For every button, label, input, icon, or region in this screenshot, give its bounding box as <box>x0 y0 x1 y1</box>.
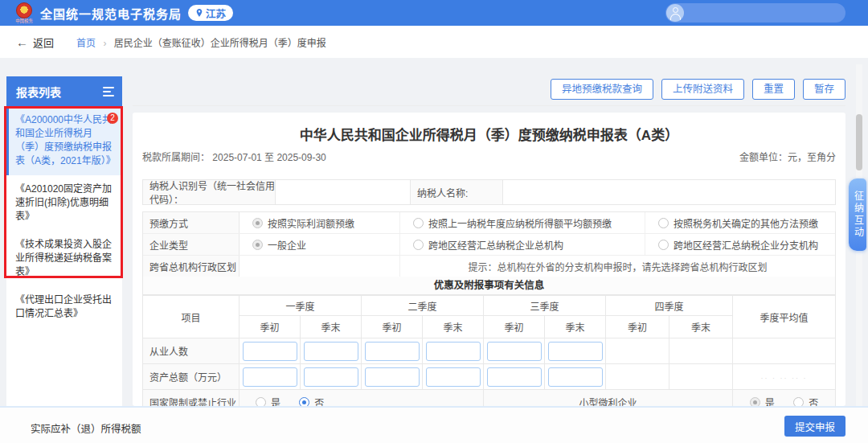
restricted-industry-label: 国家限制或禁止行业 <box>143 390 240 407</box>
employees-q3-end-input[interactable] <box>548 342 603 361</box>
taxpayer-row: 纳税人识别号（统一社会信用代码）： 纳税人名称: <box>142 179 836 205</box>
radio-selected-icon[interactable] <box>299 397 309 406</box>
type-option-branch[interactable]: 跨地区经营汇总纳税企业分支机构 <box>645 234 835 255</box>
prepay-method-label: 预缴方式 <box>143 212 240 233</box>
region-badge[interactable]: 江苏 <box>188 5 233 21</box>
prepay-method-row: 预缴方式 按照实际利润额预缴 按照上一纳税年度应纳税所得额平均额预缴 按照税务机… <box>143 212 835 234</box>
tax-period-value: 2025-07-01 至 2025-09-30 <box>212 152 326 163</box>
restricted-industry-options: 是 否 <box>240 390 484 407</box>
tax-emblem-icon: 中国税务 <box>14 2 34 23</box>
region-division-hint: 提示：总机构在外省的分支机构申报时，请先选择跨省总机构行政区划 <box>400 256 835 277</box>
back-label: 返回 <box>33 35 54 50</box>
interaction-float-tab[interactable]: 征纳互动 <box>849 178 866 251</box>
prepay-option-prev-year-average[interactable]: 按照上一纳税年度应纳税所得额平均额预缴 <box>400 212 645 233</box>
region-division-label: 跨省总机构行政区划 <box>143 256 240 277</box>
reset-button[interactable]: 重置 <box>752 79 795 100</box>
restricted-no-option[interactable]: 否 <box>299 396 324 406</box>
save-draft-button[interactable]: 暂存 <box>803 79 845 100</box>
location-pin-icon <box>195 9 203 17</box>
taxpayer-id-field <box>276 180 411 204</box>
toolbar: 异地预缴税款查询 上传附送资料 重置 暂存 <box>133 79 845 106</box>
type-option-head-office[interactable]: 跨地区经营汇总纳税企业总机构 <box>400 234 645 255</box>
sidebar-collapse-icon[interactable] <box>103 87 114 96</box>
upload-attachments-button[interactable]: 上传附送资料 <box>661 79 744 100</box>
sidebar-item-label: 《技术成果投资入股企业所得税递延纳税备案表》 <box>15 239 112 277</box>
assets-q2-start-input[interactable] <box>365 367 420 387</box>
subcol-q2-end: 季末 <box>423 316 484 338</box>
user-pill[interactable] <box>665 3 845 23</box>
breadcrumb-separator: › <box>103 38 106 49</box>
radio-unselected-icon[interactable] <box>658 218 669 228</box>
radio-selected-disabled-icon[interactable] <box>252 240 263 250</box>
scrollbar-thumb[interactable] <box>856 114 862 170</box>
assets-q3-end-input[interactable] <box>548 367 603 387</box>
col-header-item: 项目 <box>143 296 240 338</box>
subcol-q2-start: 季初 <box>362 316 423 338</box>
col-header-q1: 一季度 <box>240 296 362 316</box>
subcol-q4-end: 季末 <box>669 316 733 338</box>
employees-q2-end-input[interactable] <box>426 342 481 361</box>
sidebar-item-tech-investment[interactable]: 《技术成果投资入股企业所得税递延纳税备案表》 <box>6 231 122 286</box>
tax-emblem-caption: 中国税务 <box>15 18 33 23</box>
prepay-option-actual-profit[interactable]: 按照实际利润额预缴 <box>240 212 400 233</box>
assets-q1-end-input[interactable] <box>304 367 358 387</box>
radio-unselected-icon[interactable] <box>256 397 266 406</box>
prepay-option-other-method[interactable]: 按照税务机关确定的其他方法预缴 <box>645 212 835 233</box>
employees-q4-start-cell <box>606 338 669 364</box>
employees-q3-start-input[interactable] <box>487 342 542 361</box>
assets-q3-start-input[interactable] <box>487 367 542 387</box>
footer-bar: 实际应补（退）所得税额 提交申报 <box>0 406 868 443</box>
section-title: 优惠及附报事项有关信息 <box>142 277 836 295</box>
assets-q4-start-cell <box>606 364 669 390</box>
back-button[interactable]: ← 返回 <box>16 35 54 50</box>
col-header-quarter-average: 季度平均值 <box>733 296 836 338</box>
sidebar-item-label: 《A201020固定资产加速折旧(扣除)优惠明细表》 <box>15 183 112 222</box>
submit-declaration-button[interactable]: 提交申报 <box>784 416 845 437</box>
employees-q2-start-input[interactable] <box>365 342 420 361</box>
subcol-q3-start: 季初 <box>484 316 545 338</box>
breadcrumb-home[interactable]: 首页 <box>76 38 96 49</box>
taxpayer-name-field <box>503 180 835 204</box>
enterprise-type-row: 企业类型 一般企业 跨地区经营汇总纳税企业总机构 跨地区经营汇总纳税企业分支机构 <box>143 234 835 256</box>
employee-count-label: 从业人数 <box>143 338 240 364</box>
sidebar-item-agent-export[interactable]: 《代理出口企业受托出口情况汇总表》 <box>6 286 122 328</box>
form-card: 中华人民共和国企业所得税月（季）度预缴纳税申报表（A类） 税款所属期间： 202… <box>133 113 845 406</box>
restricted-yes-option[interactable]: 是 <box>256 396 280 406</box>
radio-selected-disabled-icon[interactable] <box>750 397 760 406</box>
sidebar-item-a201020[interactable]: 《A201020固定资产加速折旧(扣除)优惠明细表》 <box>6 175 122 231</box>
form-title: 中华人民共和国企业所得税月（季）度预缴纳税申报表（A类） <box>133 124 845 144</box>
radio-unselected-icon[interactable] <box>793 397 804 406</box>
sidebar-title: 报表列表 <box>16 84 61 100</box>
remote-prepaid-tax-query-button[interactable]: 异地预缴税款查询 <box>551 79 653 100</box>
sidebar-item-a200000[interactable]: 《A200000中华人民共和国企业所得税月（季）度预缴纳税申报表（A类，2021… <box>6 106 122 175</box>
app-title: 全国统一规范电子税务局 <box>40 5 182 22</box>
radio-unselected-icon[interactable] <box>413 240 424 250</box>
breadcrumb-bar: ← 返回 首页 › 居民企业（查账征收）企业所得税月（季）度申报 <box>0 26 868 58</box>
back-arrow-icon: ← <box>16 35 28 49</box>
sidebar-item-label: 《代理出口企业受托出口情况汇总表》 <box>15 294 112 319</box>
sidebar: 报表列表 《A200000中华人民共和国企业所得税月（季）度预缴纳税申报表（A类… <box>6 76 122 406</box>
subcol-q1-end: 季末 <box>301 316 362 338</box>
employees-q1-end-input[interactable] <box>304 342 358 361</box>
sidebar-item-label: 《A200000中华人民共和国企业所得税月（季）度预缴纳税申报表（A类，2021… <box>15 114 116 166</box>
radio-selected-disabled-icon[interactable] <box>252 218 263 228</box>
sidebar-header: 报表列表 <box>6 76 122 106</box>
avatar-icon <box>666 4 684 22</box>
region-division-field[interactable] <box>240 256 400 277</box>
assets-q1-start-input[interactable] <box>243 367 297 387</box>
assets-q2-end-input[interactable] <box>426 367 481 387</box>
taxpayer-id-label: 纳税人识别号（统一社会信用代码）： <box>143 180 276 204</box>
unit-note: 金额单位：元，至角分 <box>739 150 836 163</box>
employees-q1-start-input[interactable] <box>243 342 297 361</box>
error-count-badge: 2 <box>107 113 118 124</box>
region-division-row: 跨省总机构行政区划 提示：总机构在外省的分支机构申报时，请先选择跨省总机构行政区… <box>143 256 835 277</box>
small-micro-yes-option[interactable]: 是 <box>750 396 775 406</box>
small-micro-no-option[interactable]: 否 <box>793 396 818 406</box>
radio-unselected-icon[interactable] <box>658 240 669 250</box>
enterprise-type-label: 企业类型 <box>143 234 240 255</box>
scrollbar-track[interactable] <box>856 64 862 443</box>
restricted-industry-row: 国家限制或禁止行业 是 否 小型微利企业 是 否 <box>143 390 836 407</box>
form-info-row: 税款所属期间： 2025-07-01 至 2025-09-30 金额单位：元，至… <box>142 150 836 163</box>
radio-unselected-icon[interactable] <box>413 218 424 228</box>
type-option-general[interactable]: 一般企业 <box>240 234 400 255</box>
